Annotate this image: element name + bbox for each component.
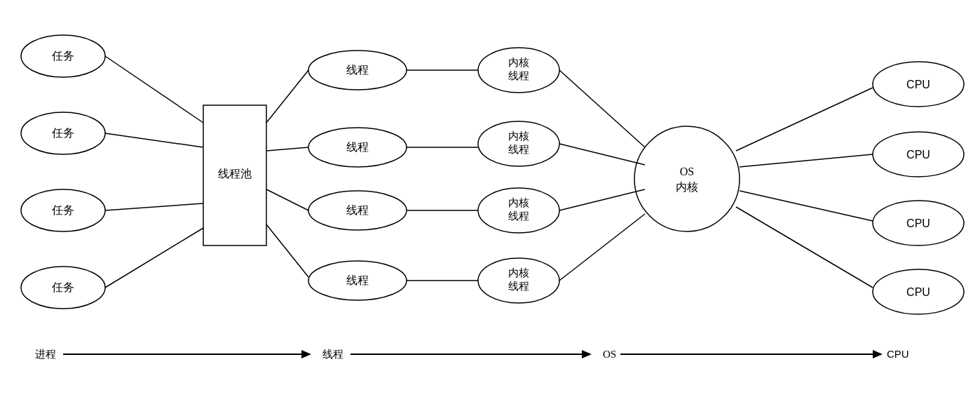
svg-line-13 — [266, 70, 308, 123]
kthread-2-line2: 线程 — [508, 144, 529, 155]
svg-line-6 — [105, 133, 203, 147]
kthread-3-line2: 线程 — [508, 210, 529, 222]
svg-line-5 — [105, 56, 203, 123]
thread-4: 线程 — [346, 274, 369, 286]
svg-marker-39 — [301, 350, 311, 358]
thread-pool: 线程池 — [218, 168, 252, 180]
os-label: OS — [680, 166, 694, 177]
legend-process: 进程 — [35, 349, 56, 360]
task-3: 任务 — [51, 204, 74, 216]
legend-os: OS — [603, 349, 616, 360]
svg-point-25 — [634, 126, 740, 231]
svg-line-7 — [105, 203, 203, 210]
legend-thread: 线程 — [322, 349, 343, 360]
svg-line-28 — [559, 189, 645, 210]
svg-line-15 — [266, 189, 308, 210]
svg-line-26 — [559, 70, 645, 147]
thread-3: 线程 — [346, 204, 369, 216]
svg-marker-41 — [582, 350, 592, 358]
kernel-label: 内核 — [676, 181, 698, 193]
svg-line-36 — [740, 191, 873, 221]
cpu-4: CPU — [906, 286, 930, 298]
svg-line-35 — [740, 154, 873, 167]
thread-2: 线程 — [346, 141, 369, 153]
kthread-1-line2: 线程 — [508, 70, 529, 81]
legend-cpu: CPU — [887, 348, 909, 360]
diagram: 任务 任务 任务 任务 线程池 线程 线程 — [0, 0, 980, 397]
kthread-1-line1: 内核 — [508, 57, 529, 68]
svg-line-14 — [266, 147, 308, 151]
task-2: 任务 — [51, 127, 74, 139]
svg-line-29 — [559, 214, 645, 281]
svg-line-34 — [736, 88, 873, 151]
cpu-3: CPU — [906, 217, 930, 229]
svg-line-8 — [105, 228, 203, 288]
kthread-4-line2: 线程 — [508, 281, 529, 292]
kthread-4-line1: 内核 — [508, 267, 529, 278]
kthread-2-line1: 内核 — [508, 130, 529, 142]
svg-line-16 — [266, 224, 308, 277]
svg-line-37 — [736, 207, 873, 288]
thread-1: 线程 — [346, 64, 369, 76]
task-1: 任务 — [51, 50, 74, 62]
task-4: 任务 — [51, 281, 74, 293]
cpu-1: CPU — [906, 79, 930, 90]
svg-marker-43 — [873, 350, 883, 358]
svg-line-27 — [559, 144, 645, 165]
kthread-3-line1: 内核 — [508, 197, 529, 208]
cpu-2: CPU — [906, 149, 930, 161]
